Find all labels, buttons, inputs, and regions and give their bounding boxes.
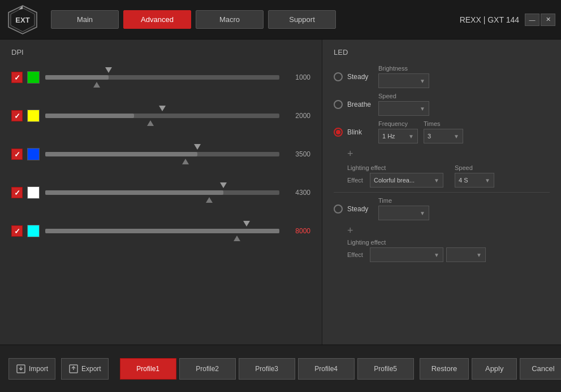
steady2-effect-dropdown[interactable]: ▼ <box>370 247 443 262</box>
dpi-checkbox-5[interactable] <box>11 225 23 237</box>
nav-tabs: Main Advanced Macro Support <box>51 10 460 29</box>
dpi-row-3: 3500 <box>11 140 310 168</box>
dpi-color-1[interactable] <box>27 71 40 84</box>
led-steady1-row: Steady Brightness ▼ <box>334 65 550 88</box>
breathe-speed-dropdown[interactable]: ▼ <box>378 101 429 116</box>
led-panel: LED Steady Brightness ▼ Breathe Speed ▼ <box>322 40 561 345</box>
effect2-label: Effect <box>347 251 367 258</box>
breathe-speed-label: Speed <box>378 93 429 99</box>
blink-speed-value: 4 S <box>459 177 468 184</box>
effect2-speed-dropdown[interactable]: ▼ <box>446 247 486 262</box>
close-button[interactable]: ✕ <box>541 14 555 26</box>
dpi-checkbox-3[interactable] <box>11 149 23 160</box>
dpi-color-2[interactable] <box>27 110 40 122</box>
blink-speed-group: Speed 4 S ▼ <box>455 164 494 188</box>
profile-tab-4[interactable]: Profile4 <box>298 358 355 380</box>
tab-advanced[interactable]: Advanced <box>123 10 191 29</box>
times-label: Times <box>424 120 463 127</box>
radio-blink[interactable] <box>334 128 343 137</box>
profile-tab-2[interactable]: Profile2 <box>179 358 236 380</box>
breathe-speed-group: Speed ▼ <box>378 93 429 116</box>
blink-effect-group: Lighting effect Effect Colorful brea... … <box>347 164 443 188</box>
blink-effect-arrow: ▼ <box>434 177 439 184</box>
blink-effect-value: Colorful brea... <box>374 177 415 184</box>
tab-macro[interactable]: Macro <box>196 10 264 29</box>
times-value: 3 <box>428 133 431 140</box>
minimize-button[interactable]: — <box>525 14 540 26</box>
dpi-slider-4[interactable] <box>45 181 279 204</box>
profile-tab-1[interactable]: Profile1 <box>120 358 176 380</box>
frequency-label: Frequency <box>378 120 418 127</box>
dpi-slider-1[interactable] <box>45 66 279 89</box>
blink-speed-arrow: ▼ <box>485 177 490 184</box>
dpi-panel: DPI 1000 <box>0 40 322 345</box>
dpi-value-4: 4300 <box>285 189 310 197</box>
logo: EXT <box>6 3 40 37</box>
dpi-title: DPI <box>11 48 310 56</box>
frequency-dropdown[interactable]: 1 Hz ▼ <box>378 129 418 143</box>
time-dropdown[interactable]: ▼ <box>378 206 429 220</box>
dpi-row-4: 4300 <box>11 178 310 207</box>
import-button[interactable]: Import <box>8 358 55 380</box>
dpi-slider-2[interactable] <box>45 104 279 127</box>
led-steady2-row: Steady Time ▼ <box>334 197 550 220</box>
blink-effect-dropdown[interactable]: Colorful brea... ▼ <box>370 173 443 188</box>
tab-support[interactable]: Support <box>268 10 336 29</box>
steady2-lighting-label: Lighting effect <box>347 239 486 246</box>
dpi-color-4[interactable] <box>27 186 40 199</box>
profile-tab-5[interactable]: Profile5 <box>357 358 414 380</box>
dpi-color-3[interactable] <box>27 148 40 160</box>
brightness-dropdown[interactable]: ▼ <box>378 73 429 88</box>
effect-label: Effect <box>347 177 367 184</box>
dpi-checkbox-4[interactable] <box>11 187 23 198</box>
breathe-speed-arrow: ▼ <box>420 106 425 112</box>
profile-tab-3[interactable]: Profile3 <box>239 358 295 380</box>
led-blink-row: Blink Frequency 1 Hz ▼ Times 3 ▼ <box>334 120 550 143</box>
brightness-label: Brightness <box>378 65 429 72</box>
frequency-value: 1 Hz <box>382 133 395 140</box>
bottom-bar: Import Export Profile1 Profile2 Profile3… <box>0 345 561 392</box>
dpi-checkbox-1[interactable] <box>11 72 23 83</box>
export-button[interactable]: Export <box>61 358 109 380</box>
time-label: Time <box>378 197 429 204</box>
radio-breathe[interactable] <box>334 100 343 109</box>
steady2-effect-row: Lighting effect Effect ▼ ▼ <box>347 239 550 262</box>
blink-speed-dropdown[interactable]: 4 S ▼ <box>455 173 494 188</box>
steady2-effect-group: Lighting effect Effect ▼ ▼ <box>347 239 486 262</box>
cancel-button[interactable]: Cancel <box>520 358 561 380</box>
led-title: LED <box>334 48 550 56</box>
effect2-arrow: ▼ <box>434 252 439 258</box>
dpi-value-1: 1000 <box>285 73 310 81</box>
dpi-color-5[interactable] <box>27 225 40 237</box>
time-arrow: ▼ <box>420 210 425 216</box>
import-icon <box>16 364 26 374</box>
radio-steady2[interactable] <box>334 204 343 214</box>
time-group: Time ▼ <box>378 197 429 220</box>
dpi-value-5: 8000 <box>285 227 310 235</box>
led-blink-label: Blink <box>347 128 378 136</box>
profile-tabs: Profile1 Profile2 Profile3 Profile4 Prof… <box>120 358 414 380</box>
radio-steady1[interactable] <box>334 72 343 81</box>
times-arrow: ▼ <box>454 133 459 140</box>
dpi-row-1: 1000 <box>11 63 310 92</box>
led-steady2-label: Steady <box>347 205 378 213</box>
device-info: REXX | GXT 144 <box>460 15 519 24</box>
blink-effect-row: Lighting effect Effect Colorful brea... … <box>347 164 550 188</box>
action-buttons: Restore Apply Cancel <box>420 358 561 380</box>
steady2-plus-icon: + <box>347 225 353 236</box>
apply-button[interactable]: Apply <box>472 358 517 380</box>
header: EXT Main Advanced Macro Support REXX | G… <box>0 0 561 40</box>
restore-button[interactable]: Restore <box>420 358 469 380</box>
window-controls: — ✕ <box>525 14 555 26</box>
dpi-slider-3[interactable] <box>45 143 279 165</box>
blink-speed-label: Speed <box>455 164 494 171</box>
import-label: Import <box>29 365 48 373</box>
dpi-checkbox-2[interactable] <box>11 110 23 121</box>
export-label: Export <box>81 365 101 373</box>
times-dropdown[interactable]: 3 ▼ <box>424 129 463 143</box>
dpi-slider-5[interactable] <box>45 220 279 242</box>
brightness-group: Brightness ▼ <box>378 65 429 88</box>
export-icon <box>68 364 79 374</box>
tab-main[interactable]: Main <box>51 10 119 29</box>
main-content: DPI 1000 <box>0 40 561 345</box>
